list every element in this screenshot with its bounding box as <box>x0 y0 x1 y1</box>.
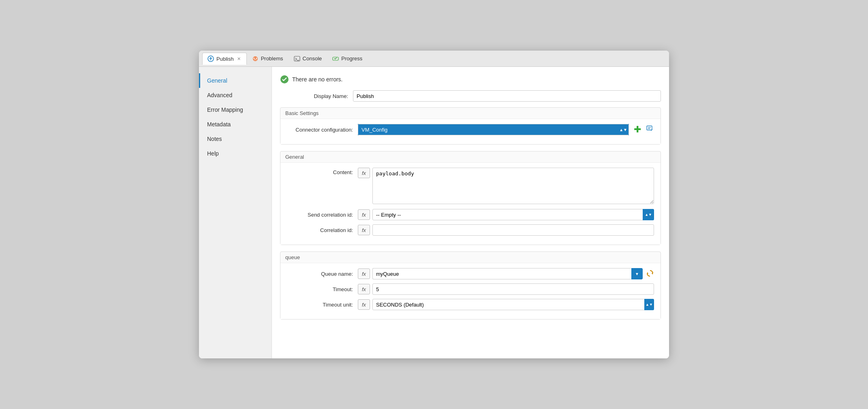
queue-section-body: Queue name: fx ▼ <box>280 263 661 319</box>
sidebar-item-notes[interactable]: Notes <box>199 132 272 146</box>
tab-progress[interactable]: Progress <box>327 53 368 65</box>
basic-settings-section: Basic Settings Connector configuration: … <box>280 107 661 145</box>
problems-tab-icon <box>252 55 259 62</box>
sidebar-item-help[interactable]: Help <box>199 146 272 161</box>
content-label: Content: <box>287 168 358 175</box>
content-field-row: Content: fx payload.body <box>287 168 654 204</box>
tab-problems-label: Problems <box>261 55 283 62</box>
svg-marker-13 <box>647 272 648 275</box>
send-correlation-label: Send correlation id: <box>287 212 358 218</box>
general-section-header: General <box>280 151 661 162</box>
progress-tab-icon <box>332 55 339 62</box>
svg-point-3 <box>253 58 254 59</box>
send-correlation-fx-button[interactable]: fx <box>358 209 370 220</box>
timeout-unit-select-wrapper: SECONDS (Default) ▲▼ <box>372 299 654 310</box>
correlation-id-row: Correlation id: fx <box>287 224 654 236</box>
timeout-unit-select[interactable]: SECONDS (Default) <box>372 299 654 310</box>
queue-name-input[interactable] <box>372 268 631 279</box>
timeout-label: Timeout: <box>287 286 358 292</box>
timeout-unit-row: Timeout unit: fx SECONDS (Default) ▲▼ <box>287 299 654 310</box>
correlation-id-label: Correlation id: <box>287 227 358 233</box>
connector-select-wrapper: VM_Config ▲▼ <box>358 124 629 135</box>
tab-bar: Publish ✕ Problems <box>199 51 669 67</box>
status-text: There are no errors. <box>292 76 343 83</box>
tab-console-label: Console <box>303 55 322 62</box>
console-tab-icon <box>294 55 300 62</box>
content-area: There are no errors. Display Name: Basic… <box>272 67 669 358</box>
tab-progress-label: Progress <box>341 55 362 62</box>
timeout-row: Timeout: fx <box>287 283 654 295</box>
sidebar-item-advanced[interactable]: Advanced <box>199 88 272 102</box>
general-section: General Content: fx payload.body Send co… <box>280 151 661 245</box>
sidebar-item-metadata[interactable]: Metadata <box>199 117 272 132</box>
main-layout: General Advanced Error Mapping Metadata … <box>199 67 669 358</box>
svg-point-2 <box>253 56 258 61</box>
connector-row: Connector configuration: VM_Config ▲▼ ✚ <box>287 124 654 135</box>
add-connector-button[interactable]: ✚ <box>632 124 643 135</box>
tab-problems[interactable]: Problems <box>247 53 289 65</box>
correlation-id-input[interactable] <box>372 224 654 236</box>
connector-label: Connector configuration: <box>287 127 358 133</box>
edit-connector-button[interactable] <box>645 125 654 134</box>
timeout-unit-fx-button[interactable]: fx <box>358 299 370 310</box>
display-name-label: Display Name: <box>280 93 353 99</box>
timeout-fx-button[interactable]: fx <box>358 284 370 294</box>
queue-section-header: queue <box>280 252 661 263</box>
timeout-unit-label: Timeout unit: <box>287 302 358 308</box>
queue-name-fx-button[interactable]: fx <box>358 268 370 279</box>
sidebar-item-general[interactable]: General <box>199 73 272 88</box>
general-section-body: Content: fx payload.body Send correlatio… <box>280 162 661 245</box>
queue-section: queue Queue name: fx ▼ <box>280 251 661 320</box>
send-correlation-select[interactable]: -- Empty -- <box>372 209 654 220</box>
status-bar: There are no errors. <box>280 75 661 84</box>
queue-name-label: Queue name: <box>287 271 358 277</box>
sidebar-item-error-mapping[interactable]: Error Mapping <box>199 102 272 117</box>
status-ok-icon <box>280 75 289 84</box>
display-name-input[interactable] <box>353 90 661 102</box>
tab-close-button[interactable]: ✕ <box>236 56 242 62</box>
send-correlation-select-wrapper: -- Empty -- ▲▼ <box>372 209 654 220</box>
content-textarea[interactable]: payload.body <box>372 168 654 204</box>
content-fx-button[interactable]: fx <box>358 168 370 178</box>
svg-rect-9 <box>647 126 652 130</box>
timeout-input[interactable] <box>372 283 654 295</box>
svg-point-4 <box>256 58 257 59</box>
connector-select[interactable]: VM_Config <box>358 124 629 135</box>
sidebar: General Advanced Error Mapping Metadata … <box>199 67 272 358</box>
queue-name-dropdown-button[interactable]: ▼ <box>631 268 643 279</box>
queue-name-select-container: ▼ <box>372 268 643 279</box>
send-correlation-row: Send correlation id: fx -- Empty -- ▲▼ <box>287 209 654 220</box>
publish-tab-icon <box>207 55 214 62</box>
refresh-queue-button[interactable] <box>646 269 654 279</box>
display-name-row: Display Name: <box>280 90 661 102</box>
main-window: Publish ✕ Problems <box>199 51 669 358</box>
tab-console[interactable]: Console <box>289 53 327 65</box>
svg-marker-12 <box>652 272 653 275</box>
basic-settings-body: Connector configuration: VM_Config ▲▼ ✚ <box>280 119 661 144</box>
tab-publish[interactable]: Publish ✕ <box>202 53 247 65</box>
queue-name-row: Queue name: fx ▼ <box>287 268 654 279</box>
basic-settings-header: Basic Settings <box>280 108 661 119</box>
correlation-id-fx-button[interactable]: fx <box>358 225 370 235</box>
tab-publish-label: Publish <box>216 56 234 62</box>
